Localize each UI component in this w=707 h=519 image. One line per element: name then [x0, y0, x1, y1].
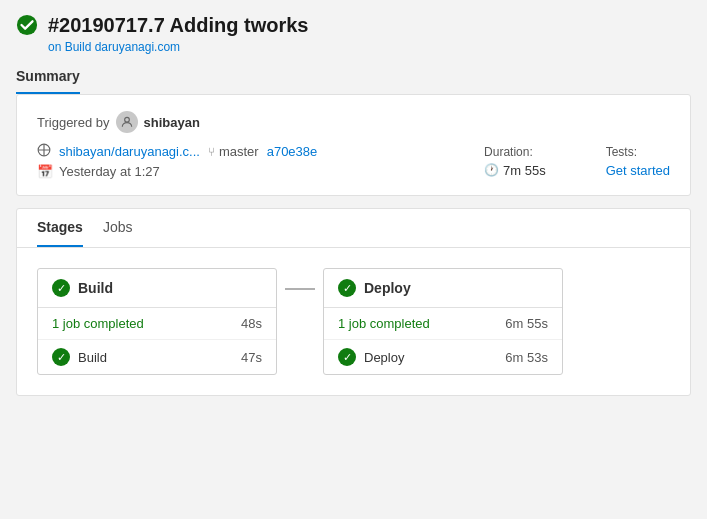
- duration-time: 7m 55s: [503, 163, 546, 178]
- svg-point-0: [17, 15, 37, 35]
- deploy-job-name[interactable]: Deploy: [364, 350, 404, 365]
- tab-jobs[interactable]: Jobs: [103, 209, 133, 247]
- deploy-total-time: 6m 55s: [505, 316, 548, 331]
- branch-name: master: [219, 144, 259, 159]
- tests-label: Tests:: [606, 145, 670, 159]
- branch-icon: ⑂: [208, 145, 215, 159]
- deploy-job-time: 6m 53s: [505, 350, 548, 365]
- date-line: 📅 Yesterday at 1:27: [37, 164, 484, 179]
- repo-icon: [37, 143, 51, 160]
- stages-card: Stages Jobs ✓ Build 1 job completed 48s: [16, 208, 691, 396]
- duration-label: Duration:: [484, 145, 546, 159]
- clock-icon: 🕐: [484, 163, 499, 177]
- deploy-stage-name: Deploy: [364, 280, 411, 296]
- deploy-stage-header: ✓ Deploy: [324, 269, 562, 308]
- calendar-icon: 📅: [37, 164, 53, 179]
- deploy-jobs-summary: 1 job completed 6m 55s: [324, 308, 562, 339]
- meta-stats: Duration: 🕐 7m 55s Tests: Get started: [484, 145, 670, 178]
- deploy-success-icon: ✓: [338, 279, 356, 297]
- deploy-stage-box: ✓ Deploy 1 job completed 6m 55s ✓ Deploy…: [323, 268, 563, 375]
- branch-info: ⑂ master: [208, 144, 259, 159]
- triggered-row: Triggered by shibayan: [37, 111, 670, 133]
- build-success-icon: ✓: [52, 279, 70, 297]
- repo-line: shibayan/daruyanagi.c... ⑂ master a70e38…: [37, 143, 484, 160]
- build-stage-name: Build: [78, 280, 113, 296]
- info-card: Triggered by shibayan shi: [16, 94, 691, 196]
- deploy-jobs-label: 1 job completed: [338, 316, 430, 331]
- meta-row: shibayan/daruyanagi.c... ⑂ master a70e38…: [37, 143, 670, 179]
- svg-point-1: [124, 117, 129, 122]
- repo-name[interactable]: shibayan/daruyanagi.c...: [59, 144, 200, 159]
- connector-line: [285, 288, 315, 290]
- success-status-icon: [16, 14, 38, 39]
- commit-hash[interactable]: a70e38e: [267, 144, 318, 159]
- build-date: Yesterday at 1:27: [59, 164, 160, 179]
- build-title: #20190717.7 Adding tworks: [48, 12, 309, 38]
- tests-value[interactable]: Get started: [606, 163, 670, 178]
- triggered-user: shibayan: [144, 115, 200, 130]
- summary-tab[interactable]: Summary: [16, 62, 80, 94]
- build-stage-header: ✓ Build: [38, 269, 276, 308]
- tab-stages[interactable]: Stages: [37, 209, 83, 247]
- build-subtitle: on Build daruyanagi.com: [48, 40, 309, 54]
- build-jobs-label: 1 job completed: [52, 316, 144, 331]
- user-avatar: [116, 111, 138, 133]
- top-tab-bar: Summary: [16, 62, 691, 94]
- stage-connector: [277, 288, 323, 290]
- build-job-row: ✓ Build 47s: [38, 339, 276, 374]
- deploy-job-row: ✓ Deploy 6m 53s: [324, 339, 562, 374]
- build-job-time: 47s: [241, 350, 262, 365]
- stages-content: ✓ Build 1 job completed 48s ✓ Build 47s: [17, 248, 690, 395]
- tests-stat: Tests: Get started: [606, 145, 670, 178]
- stages-tab-bar: Stages Jobs: [17, 209, 690, 248]
- build-stage-box: ✓ Build 1 job completed 48s ✓ Build 47s: [37, 268, 277, 375]
- build-jobs-summary: 1 job completed 48s: [38, 308, 276, 339]
- build-total-time: 48s: [241, 316, 262, 331]
- duration-value: 🕐 7m 55s: [484, 163, 546, 178]
- build-job-name[interactable]: Build: [78, 350, 107, 365]
- build-job-success-icon: ✓: [52, 348, 70, 366]
- triggered-label: Triggered by: [37, 115, 110, 130]
- deploy-job-success-icon: ✓: [338, 348, 356, 366]
- duration-stat: Duration: 🕐 7m 55s: [484, 145, 546, 178]
- page-header: #20190717.7 Adding tworks on Build daruy…: [16, 12, 691, 54]
